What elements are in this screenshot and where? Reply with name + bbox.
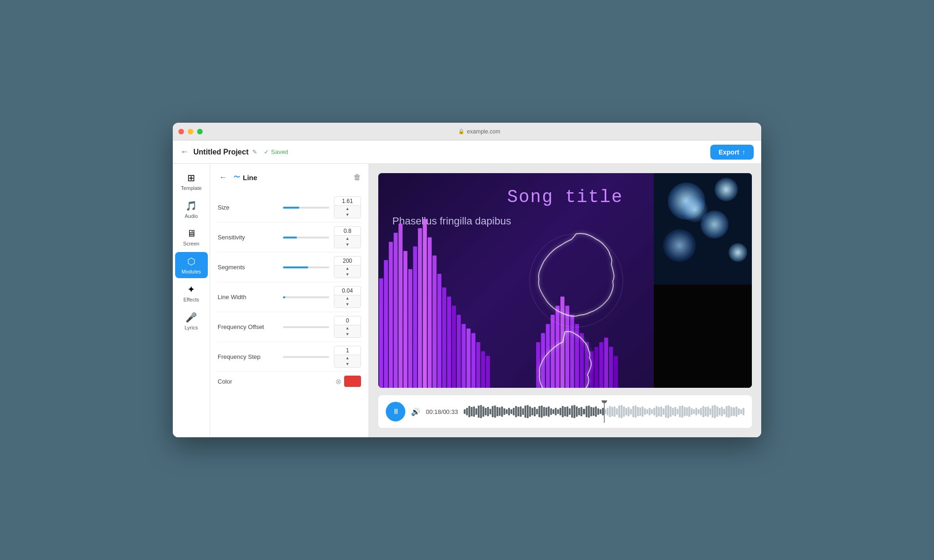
back-button[interactable]: ← xyxy=(180,147,189,157)
sidebar-item-label: Modules xyxy=(182,269,201,274)
saved-label: Saved xyxy=(271,148,288,155)
waveform-timeline[interactable] xyxy=(464,400,744,423)
app-window: 🔒 example.com ← Untitled Project ✎ ✓ Sav… xyxy=(173,123,761,437)
panel-back-button[interactable]: ← xyxy=(218,171,229,183)
svg-rect-0 xyxy=(379,278,383,388)
svg-rect-2 xyxy=(389,242,393,388)
template-icon: ⊞ xyxy=(187,172,195,183)
minimize-button[interactable] xyxy=(188,129,193,134)
segments-input-group[interactable]: 200 ▲ ▼ xyxy=(334,256,361,278)
playhead[interactable] xyxy=(604,400,605,423)
segments-increment[interactable]: ▲ xyxy=(334,266,361,272)
freqstep-label: Frequency Step xyxy=(218,353,278,360)
delete-button[interactable]: 🗑 xyxy=(354,173,361,182)
play-icon: ⏸ xyxy=(392,407,400,416)
modules-icon: ⬡ xyxy=(187,256,195,267)
sensitivity-slider-track[interactable] xyxy=(283,237,329,238)
size-increment[interactable]: ▲ xyxy=(334,206,361,212)
freqoffset-slider-container[interactable] xyxy=(283,326,329,328)
project-title: Untitled Project xyxy=(193,148,248,156)
audio-icon: 🎵 xyxy=(185,200,197,211)
close-button[interactable] xyxy=(178,129,184,134)
svg-rect-20 xyxy=(476,342,481,388)
linewidth-steppers: ▲ ▼ xyxy=(334,295,361,308)
size-decrement[interactable]: ▼ xyxy=(334,212,361,218)
freqstep-slider-container[interactable] xyxy=(283,356,329,358)
sidebar: ⊞ Template 🎵 Audio 🖥 Screen ⬡ Modules ✦ xyxy=(173,164,210,437)
svg-point-40 xyxy=(530,234,623,327)
properties-panel: ← 〜 Line 🗑 Size xyxy=(210,164,369,437)
sidebar-item-effects[interactable]: ✦ Effects xyxy=(175,280,208,306)
lock-icon: 🔒 xyxy=(458,128,465,134)
linewidth-value: 0.04 xyxy=(334,287,361,295)
preview-area: Song title Phasellus fringilla dapibus xyxy=(369,164,761,437)
svg-rect-21 xyxy=(481,351,485,388)
lyrics-icon: 🎤 xyxy=(185,312,197,323)
saved-badge: ✓ Saved xyxy=(264,148,288,155)
linewidth-decrement[interactable]: ▼ xyxy=(334,301,361,308)
color-swatch[interactable] xyxy=(344,376,361,387)
sidebar-item-label: Screen xyxy=(183,241,199,246)
svg-rect-16 xyxy=(457,315,461,388)
sensitivity-slider-fill xyxy=(283,237,297,238)
sensitivity-increment[interactable]: ▲ xyxy=(334,236,361,242)
freqoffset-label: Frequency Offset xyxy=(218,323,278,330)
segments-slider-container[interactable] xyxy=(283,266,329,268)
sensitivity-value: 0.8 xyxy=(334,227,361,236)
segments-decrement[interactable]: ▼ xyxy=(334,272,361,278)
sidebar-item-screen[interactable]: 🖥 Screen xyxy=(175,224,208,250)
panel-title: 〜 Line xyxy=(234,173,257,182)
freqstep-slider-track[interactable] xyxy=(283,356,329,358)
size-input-group[interactable]: 1.61 ▲ ▼ xyxy=(334,196,361,218)
size-slider-container[interactable] xyxy=(283,207,329,209)
freqoffset-value: 0 xyxy=(334,316,361,325)
linewidth-increment[interactable]: ▲ xyxy=(334,295,361,301)
bokeh-3 xyxy=(715,178,738,201)
freqoffset-increment[interactable]: ▲ xyxy=(334,325,361,331)
main-layout: ⊞ Template 🎵 Audio 🖥 Screen ⬡ Modules ✦ xyxy=(173,164,761,437)
svg-rect-19 xyxy=(471,333,475,388)
screen-icon: 🖥 xyxy=(187,228,196,239)
song-title: Song title xyxy=(507,187,623,207)
size-slider-track[interactable] xyxy=(283,207,329,209)
segments-slider-track[interactable] xyxy=(283,266,329,268)
sensitivity-label: Sensitivity xyxy=(218,234,278,241)
titlebar: 🔒 example.com xyxy=(173,123,761,140)
svg-rect-4 xyxy=(398,224,403,388)
sidebar-item-lyrics[interactable]: 🎤 Lyrics xyxy=(175,308,208,334)
linewidth-slider-track[interactable] xyxy=(283,296,329,298)
freqoffset-decrement[interactable]: ▼ xyxy=(334,331,361,337)
sensitivity-decrement[interactable]: ▼ xyxy=(334,242,361,248)
edit-icon[interactable]: ✎ xyxy=(252,148,257,155)
sidebar-item-modules[interactable]: ⬡ Modules xyxy=(175,252,208,278)
waveform-icon: 〜 xyxy=(234,173,240,182)
freqstep-value: 1 xyxy=(334,346,361,355)
bokeh-6 xyxy=(682,196,708,222)
svg-rect-10 xyxy=(428,237,432,388)
sensitivity-slider-container[interactable] xyxy=(283,237,329,238)
sidebar-item-audio[interactable]: 🎵 Audio xyxy=(175,196,208,223)
panel-header-left: ← 〜 Line xyxy=(218,171,257,183)
color-clear-button[interactable]: ⊗ xyxy=(335,377,341,386)
freqstep-input-group[interactable]: 1 ▲ ▼ xyxy=(334,346,361,368)
linewidth-label: Line Width xyxy=(218,294,278,301)
time-display: 00:18/00:33 xyxy=(426,408,458,415)
sensitivity-input-group[interactable]: 0.8 ▲ ▼ xyxy=(334,226,361,248)
freqoffset-input-group[interactable]: 0 ▲ ▼ xyxy=(334,316,361,338)
freqstep-decrement[interactable]: ▼ xyxy=(334,361,361,367)
url-bar: 🔒 example.com xyxy=(203,128,756,135)
sensitivity-control: Sensitivity 0.8 ▲ ▼ xyxy=(218,223,361,252)
bottom-circle-waveform xyxy=(514,322,616,388)
freqstep-increment[interactable]: ▲ xyxy=(334,355,361,361)
svg-rect-9 xyxy=(423,219,427,388)
maximize-button[interactable] xyxy=(197,129,203,134)
linewidth-slider-container[interactable] xyxy=(283,296,329,298)
export-button[interactable]: Export ↑ xyxy=(710,145,754,160)
sidebar-item-template[interactable]: ⊞ Template xyxy=(175,168,208,195)
linewidth-input-group[interactable]: 0.04 ▲ ▼ xyxy=(334,286,361,308)
play-pause-button[interactable]: ⏸ xyxy=(386,402,405,421)
sidebar-item-label: Template xyxy=(181,185,202,191)
traffic-lights xyxy=(178,129,203,134)
color-label: Color xyxy=(218,378,278,385)
freqoffset-slider-track[interactable] xyxy=(283,326,329,328)
